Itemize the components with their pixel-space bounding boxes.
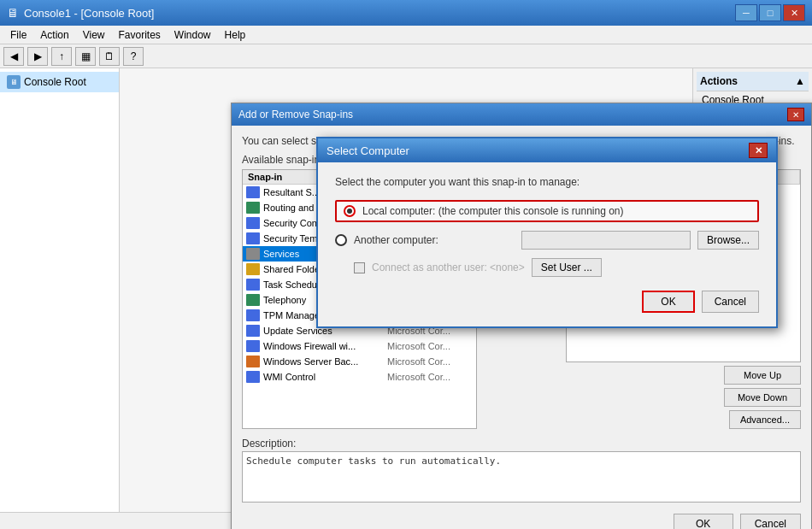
snap-in-icon bbox=[246, 340, 260, 352]
snap-ins-dialog-title: Add or Remove Snap-ins bbox=[238, 109, 353, 120]
menu-help[interactable]: Help bbox=[218, 27, 253, 43]
sidebar: 🖥 Console Root bbox=[0, 68, 120, 512]
toolbar: ◀ ▶ ↑ ▦ 🗒 ? bbox=[0, 44, 812, 68]
actions-label: Actions bbox=[700, 75, 738, 87]
snap-ins-dialog-close[interactable]: ✕ bbox=[787, 108, 804, 121]
content-area: Add or Remove Snap-ins ✕ You can select … bbox=[120, 68, 692, 512]
maximize-button[interactable]: □ bbox=[759, 4, 781, 21]
sc-cancel-button[interactable]: Cancel bbox=[702, 291, 759, 313]
local-computer-option[interactable]: Local computer: (the computer this conso… bbox=[335, 200, 759, 222]
up-button[interactable]: ↑ bbox=[51, 47, 72, 66]
sc-body: Select the computer you want this snap-i… bbox=[318, 162, 776, 326]
another-computer-input[interactable] bbox=[521, 231, 691, 250]
menu-window[interactable]: Window bbox=[168, 27, 218, 43]
snap-in-icon bbox=[246, 294, 260, 306]
select-computer-dialog: Select Computer ✕ Select the computer yo… bbox=[316, 137, 778, 328]
sc-ok-button[interactable]: OK bbox=[642, 291, 694, 313]
forward-button[interactable]: ▶ bbox=[27, 47, 48, 66]
title-bar: 🖥 Console1 - [Console Root] ─ □ ✕ bbox=[0, 0, 812, 26]
right-panel-title: Actions ▲ bbox=[697, 72, 809, 91]
snap-in-icon bbox=[246, 217, 260, 229]
show-hide-button[interactable]: ▦ bbox=[75, 47, 96, 66]
snap-in-icon bbox=[246, 186, 260, 198]
snap-in-icon bbox=[246, 371, 260, 383]
description-section: Description: bbox=[242, 438, 801, 505]
sc-title-bar: Select Computer ✕ bbox=[318, 138, 776, 162]
snap-in-icon bbox=[246, 263, 260, 275]
title-bar-left: 🖥 Console1 - [Console Root] bbox=[7, 6, 154, 20]
menu-view[interactable]: View bbox=[76, 27, 112, 43]
snap-in-icon bbox=[246, 279, 260, 291]
snap-in-icon bbox=[246, 202, 260, 214]
minimize-button[interactable]: ─ bbox=[735, 4, 757, 21]
close-button[interactable]: ✕ bbox=[783, 4, 805, 21]
menu-bar: File Action View Favorites Window Help bbox=[0, 26, 812, 44]
console-root-icon: 🖥 bbox=[7, 75, 21, 89]
connect-as-user-checkbox[interactable] bbox=[354, 262, 365, 273]
collapse-icon[interactable]: ▲ bbox=[795, 75, 805, 87]
title-bar-controls: ─ □ ✕ bbox=[735, 4, 805, 21]
advanced-button[interactable]: Advanced... bbox=[729, 410, 801, 429]
sc-close-button[interactable]: ✕ bbox=[749, 143, 768, 158]
snap-in-icon bbox=[246, 232, 260, 244]
move-down-button[interactable]: Move Down bbox=[724, 388, 801, 407]
snap-in-icon bbox=[246, 356, 260, 367]
description-label: Description: bbox=[242, 438, 801, 450]
browse-button[interactable]: Browse... bbox=[697, 231, 759, 250]
another-computer-radio[interactable] bbox=[335, 234, 347, 246]
menu-favorites[interactable]: Favorites bbox=[112, 27, 168, 43]
snap-ins-cancel-button[interactable]: Cancel bbox=[740, 514, 801, 529]
help-icon[interactable]: ? bbox=[123, 47, 144, 66]
list-item[interactable]: Windows Server Bac... Microsoft Cor... bbox=[243, 354, 476, 369]
sc-instruction: Select the computer you want this snap-i… bbox=[335, 176, 759, 188]
local-computer-radio[interactable] bbox=[344, 205, 356, 217]
list-item[interactable]: WMI Control Microsoft Cor... bbox=[243, 369, 476, 385]
connect-as-user-label: Connect as another user: <none> bbox=[372, 262, 525, 273]
main-container: 🖥 Console Root Add or Remove Snap-ins ✕ … bbox=[0, 68, 812, 512]
menu-file[interactable]: File bbox=[3, 27, 33, 43]
description-text bbox=[242, 451, 801, 503]
another-computer-label: Another computer: bbox=[354, 234, 515, 246]
snap-ins-ok-button[interactable]: OK bbox=[674, 514, 733, 529]
another-computer-option[interactable]: Another computer: Browse... bbox=[335, 231, 759, 250]
list-item[interactable]: Windows Firewall wi... Microsoft Cor... bbox=[243, 338, 476, 354]
snap-in-icon bbox=[246, 309, 260, 321]
connect-as-user-row: Connect as another user: <none> Set User… bbox=[335, 258, 759, 277]
back-button[interactable]: ◀ bbox=[3, 47, 24, 66]
set-user-button[interactable]: Set User ... bbox=[532, 258, 602, 277]
snap-in-icon bbox=[246, 248, 260, 260]
sc-action-buttons: OK Cancel bbox=[335, 291, 759, 316]
snap-ins-bottom-buttons: OK Cancel bbox=[242, 510, 801, 529]
window-title: Console1 - [Console Root] bbox=[24, 7, 154, 20]
snap-ins-dialog-title-bar: Add or Remove Snap-ins ✕ bbox=[232, 103, 811, 126]
sidebar-item-console-root[interactable]: 🖥 Console Root bbox=[0, 72, 119, 92]
local-computer-label: Local computer: (the computer this conso… bbox=[362, 205, 750, 217]
move-up-button[interactable]: Move Up bbox=[724, 366, 801, 385]
sc-title: Select Computer bbox=[327, 144, 409, 157]
sidebar-item-label: Console Root bbox=[24, 76, 86, 88]
menu-action[interactable]: Action bbox=[33, 27, 75, 43]
properties-button[interactable]: 🗒 bbox=[99, 47, 120, 66]
snap-in-icon bbox=[246, 325, 260, 337]
